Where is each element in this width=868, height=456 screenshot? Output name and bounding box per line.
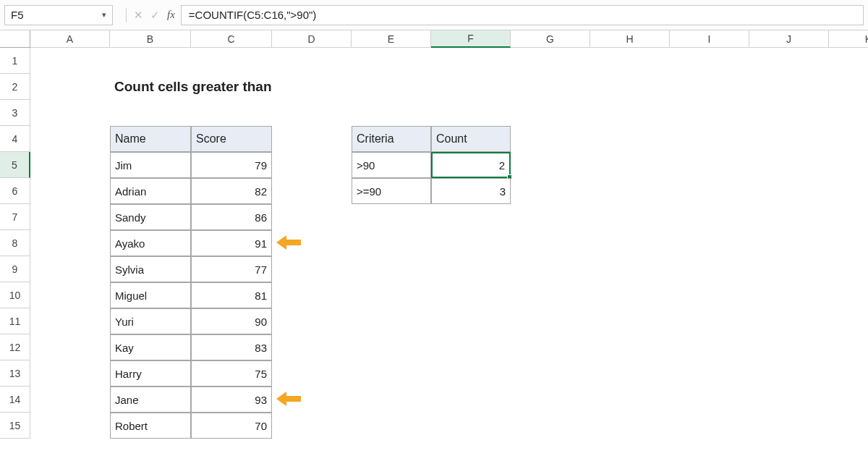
cell-I11[interactable]: [670, 308, 749, 334]
cell-J3[interactable]: [749, 100, 829, 126]
table-row[interactable]: Sylvia: [110, 256, 191, 282]
cell-I7[interactable]: [670, 204, 749, 230]
row-2[interactable]: 2: [0, 74, 30, 100]
row-13[interactable]: 13: [0, 360, 30, 387]
cell-J12[interactable]: [749, 334, 829, 360]
cell-D15[interactable]: [272, 413, 352, 439]
select-all-corner[interactable]: [0, 30, 30, 48]
row-12[interactable]: 12: [0, 334, 30, 360]
table-row[interactable]: Yuri: [110, 308, 191, 334]
cell-A7[interactable]: [30, 204, 110, 230]
cell-G4[interactable]: [511, 126, 590, 152]
table-row[interactable]: 91: [191, 230, 272, 256]
cell-K7[interactable]: [829, 204, 868, 230]
cell-F7[interactable]: [431, 204, 511, 230]
cell-F11[interactable]: [431, 308, 511, 334]
table-row[interactable]: Robert: [110, 413, 191, 439]
table-row[interactable]: >=90: [352, 178, 431, 204]
table-row[interactable]: 93: [191, 387, 272, 413]
cell-H13[interactable]: [590, 360, 670, 387]
cell-H5[interactable]: [590, 152, 670, 178]
cell-A13[interactable]: [30, 360, 110, 387]
cell-I3[interactable]: [670, 100, 749, 126]
cell-H6[interactable]: [590, 178, 670, 204]
cell-K4[interactable]: [829, 126, 868, 152]
row-9[interactable]: 9: [0, 256, 30, 282]
cell-A1[interactable]: [30, 48, 110, 74]
cell-H4[interactable]: [590, 126, 670, 152]
cell-E13[interactable]: [352, 360, 431, 387]
col-K[interactable]: K: [829, 30, 868, 48]
cell-G7[interactable]: [511, 204, 590, 230]
cell-G13[interactable]: [511, 360, 590, 387]
cell-K2[interactable]: [829, 74, 868, 100]
cell-I2[interactable]: [670, 74, 749, 100]
cell-G8[interactable]: [511, 230, 590, 256]
cell-K11[interactable]: [829, 308, 868, 334]
cell-K14[interactable]: [829, 387, 868, 413]
cell-D6[interactable]: [272, 178, 352, 204]
row-5[interactable]: 5: [0, 152, 30, 178]
cell-E11[interactable]: [352, 308, 431, 334]
cell-A11[interactable]: [30, 308, 110, 334]
cell-K8[interactable]: [829, 230, 868, 256]
row-7[interactable]: 7: [0, 204, 30, 230]
cell-J13[interactable]: [749, 360, 829, 387]
cell-I13[interactable]: [670, 360, 749, 387]
cell-E14[interactable]: [352, 387, 431, 413]
table-row[interactable]: 82: [191, 178, 272, 204]
table1-header-name[interactable]: Name: [110, 126, 191, 152]
cell-H2[interactable]: [590, 74, 670, 100]
cell-I6[interactable]: [670, 178, 749, 204]
col-C[interactable]: C: [191, 30, 272, 48]
cell-J1[interactable]: [749, 48, 829, 74]
table-row[interactable]: Sandy: [110, 204, 191, 230]
cell-J8[interactable]: [749, 230, 829, 256]
cell-G1[interactable]: [511, 48, 590, 74]
cell-H12[interactable]: [590, 334, 670, 360]
cell-A5[interactable]: [30, 152, 110, 178]
table-row[interactable]: 77: [191, 256, 272, 282]
table2-header-count[interactable]: Count: [431, 126, 511, 152]
cell-A9[interactable]: [30, 256, 110, 282]
cell-I14[interactable]: [670, 387, 749, 413]
cell-F9[interactable]: [431, 256, 511, 282]
table-row[interactable]: 83: [191, 334, 272, 360]
cell-I8[interactable]: [670, 230, 749, 256]
row-10[interactable]: 10: [0, 282, 30, 308]
col-I[interactable]: I: [670, 30, 749, 48]
col-J[interactable]: J: [749, 30, 829, 48]
cell-D12[interactable]: [272, 334, 352, 360]
cell-J6[interactable]: [749, 178, 829, 204]
cell-I4[interactable]: [670, 126, 749, 152]
cell-F3[interactable]: [431, 100, 511, 126]
table-row[interactable]: Ayako: [110, 230, 191, 256]
table1-header-score[interactable]: Score: [191, 126, 272, 152]
cell-A8[interactable]: [30, 230, 110, 256]
cell-A12[interactable]: [30, 334, 110, 360]
cell-D13[interactable]: [272, 360, 352, 387]
cell-J11[interactable]: [749, 308, 829, 334]
cell-C1[interactable]: [191, 48, 272, 74]
row-3[interactable]: 3: [0, 100, 30, 126]
cell-F10[interactable]: [431, 282, 511, 308]
table-row[interactable]: 86: [191, 204, 272, 230]
cell-K6[interactable]: [829, 178, 868, 204]
cell-E12[interactable]: [352, 334, 431, 360]
cell-F14[interactable]: [431, 387, 511, 413]
cell-B3[interactable]: [110, 100, 191, 126]
cell-J7[interactable]: [749, 204, 829, 230]
cell-E9[interactable]: [352, 256, 431, 282]
cell-G14[interactable]: [511, 387, 590, 413]
table-row[interactable]: Jim: [110, 152, 191, 178]
cell-J14[interactable]: [749, 387, 829, 413]
table-row[interactable]: Kay: [110, 334, 191, 360]
cell-A15[interactable]: [30, 413, 110, 439]
cell-A2[interactable]: [30, 74, 110, 100]
cell-F2[interactable]: [431, 74, 511, 100]
name-box[interactable]: F5 ▾: [4, 5, 113, 25]
cell-G12[interactable]: [511, 334, 590, 360]
row-4[interactable]: 4: [0, 126, 30, 152]
col-H[interactable]: H: [590, 30, 670, 48]
row-8[interactable]: 8: [0, 230, 30, 256]
